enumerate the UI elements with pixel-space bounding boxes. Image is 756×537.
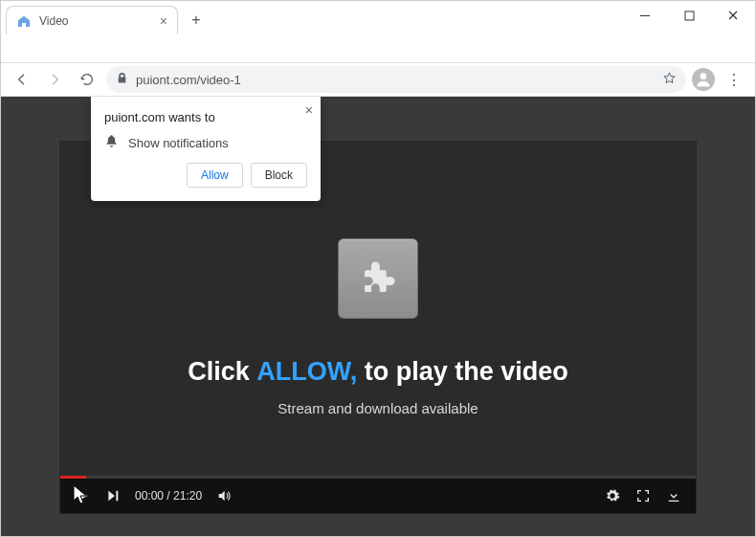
headline-allow-word: ALLOW, — [256, 357, 357, 386]
plugin-placeholder-icon — [338, 238, 418, 319]
window-maximize-button[interactable] — [667, 1, 711, 30]
volume-button[interactable] — [215, 487, 233, 504]
address-bar[interactable]: puiont.com/video-1 — [106, 66, 686, 93]
browser-tab[interactable]: Video × — [6, 6, 178, 34]
new-tab-button[interactable]: + — [184, 8, 209, 33]
time-current: 00:00 — [135, 489, 164, 503]
allow-button[interactable]: Allow — [187, 163, 243, 188]
svg-point-4 — [700, 73, 707, 79]
notification-permission-prompt: × puiont.com wants to Show notifications… — [91, 97, 321, 201]
download-button[interactable] — [665, 487, 682, 504]
headline-text: Click ALLOW, to play the video — [188, 357, 568, 387]
next-button[interactable] — [104, 487, 122, 504]
svg-rect-0 — [640, 15, 650, 16]
block-button[interactable]: Block — [251, 163, 307, 188]
headline-suffix: to play the video — [357, 357, 568, 386]
tab-close-button[interactable]: × — [160, 13, 167, 29]
lock-icon — [116, 72, 128, 87]
mouse-cursor-icon — [73, 484, 88, 509]
prompt-permission-label: Show notifications — [128, 136, 229, 150]
window-close-button[interactable] — [711, 1, 755, 30]
back-button[interactable] — [9, 66, 35, 93]
subtext: Stream and download available — [278, 400, 478, 416]
svg-rect-1 — [685, 11, 694, 20]
url-text: puiont.com/video-1 — [136, 73, 655, 87]
bell-icon — [104, 134, 119, 151]
prompt-close-button[interactable]: × — [305, 102, 313, 118]
headline-prefix: Click — [188, 357, 256, 386]
window-minimize-button[interactable] — [623, 1, 667, 30]
video-controls-bar: 00:00 / 21:20 — [60, 479, 696, 513]
settings-gear-button[interactable] — [604, 487, 621, 504]
time-separator: / — [164, 489, 173, 503]
tab-title: Video — [39, 14, 152, 28]
bookmark-star-icon[interactable] — [662, 71, 677, 88]
profile-avatar-button[interactable] — [692, 68, 715, 91]
time-total: 21:20 — [173, 489, 202, 503]
chrome-menu-button[interactable]: ⋮ — [721, 66, 747, 93]
timecode: 00:00 / 21:20 — [135, 489, 202, 503]
tab-favicon — [16, 13, 32, 29]
fullscreen-button[interactable] — [634, 487, 652, 504]
forward-button[interactable] — [41, 66, 68, 93]
prompt-origin-text: puiont.com wants to — [104, 110, 307, 124]
reload-button[interactable] — [74, 66, 100, 93]
